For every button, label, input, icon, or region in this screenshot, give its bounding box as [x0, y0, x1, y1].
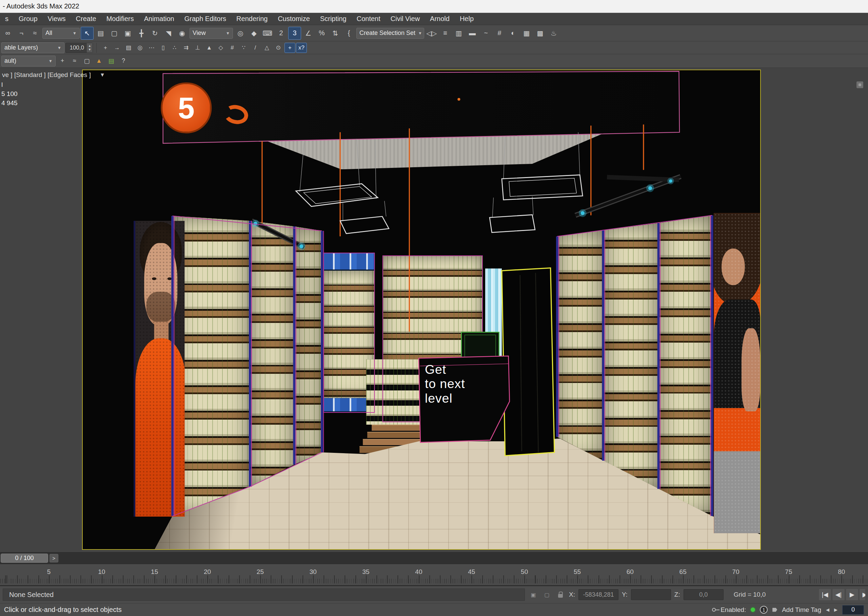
clone-and-align-icon[interactable]: ⇉ — [181, 43, 191, 53]
align-camera-icon[interactable]: ▲ — [204, 43, 215, 53]
key-tangents-icon[interactable]: ▲ — [93, 56, 105, 66]
create-new-layer-icon[interactable]: + — [100, 43, 111, 53]
axis-constraints-icon[interactable]: + — [285, 43, 295, 53]
normal-align-icon[interactable]: ⊥ — [192, 43, 203, 53]
menu-item[interactable]: Scripting — [315, 15, 352, 23]
select-objects-in-layer-icon[interactable]: ▤ — [123, 43, 134, 53]
spinner-down-icon[interactable]: ▼ — [88, 48, 91, 52]
offset-mode-icon[interactable]: ▢ — [542, 589, 552, 600]
next-frame-button[interactable]: > — [50, 554, 58, 563]
angle-snap-toggle-icon[interactable]: ∠ — [302, 27, 315, 40]
current-frame-field[interactable]: 0 — [842, 605, 864, 614]
next-key-icon[interactable]: ▶ — [834, 607, 837, 612]
select-and-link-icon[interactable]: ∞ — [2, 27, 14, 40]
add-time-tag-label[interactable]: Add Time Tag — [782, 606, 821, 614]
add-selection-to-layer-icon[interactable]: → — [111, 43, 122, 53]
render-setup-icon[interactable]: ▦ — [520, 27, 533, 40]
snaps-toggle-3d-icon[interactable]: 3 — [288, 27, 301, 40]
menu-item[interactable]: Rendering — [231, 15, 273, 23]
previous-frame-icon[interactable]: ◀| — [832, 589, 845, 601]
track-bar[interactable]: 5101520253035404550556065707580 — [0, 564, 868, 586]
toggle-ribbon-icon[interactable]: ▬ — [466, 27, 479, 40]
select-and-manipulate-icon[interactable]: ◆ — [248, 27, 260, 40]
x-coordinate-field[interactable]: -58348,281 — [578, 589, 619, 600]
viewport-label[interactable]: ve ] [Standard ] [Edged Faces ] — [2, 71, 91, 79]
time-slider[interactable]: 0 / 100 > — [0, 552, 868, 564]
go-to-end-icon[interactable]: ▶| — [859, 589, 865, 601]
menu-item[interactable]: Modifiers — [101, 15, 139, 23]
default-set-dropdown[interactable]: ault) ▼ — [2, 56, 56, 66]
menu-item[interactable]: Views — [43, 15, 71, 23]
menu-item[interactable]: Animation — [139, 15, 179, 23]
snapshot-icon[interactable]: ▯ — [158, 43, 169, 53]
selection-filter-dropdown[interactable]: All ▼ — [42, 28, 80, 39]
vertex-snap-icon[interactable]: ∵ — [238, 43, 249, 53]
pin-stack-icon[interactable]: + — [56, 56, 68, 66]
select-by-name-icon[interactable]: ▤ — [94, 27, 107, 40]
play-animation-icon[interactable]: ▶ — [846, 589, 859, 601]
menu-item[interactable]: Help — [455, 15, 479, 23]
window-titlebar[interactable]: - Autodesk 3ds Max 2022 — [0, 0, 868, 13]
spinner-snap-toggle-icon[interactable]: ⇅ — [329, 27, 342, 40]
spinner-arrows[interactable]: ▲ ▼ — [87, 43, 92, 53]
array-icon[interactable]: ⋯ — [146, 43, 157, 53]
y-coordinate-field[interactable] — [631, 589, 671, 600]
select-object-icon[interactable]: ↖ — [81, 27, 94, 40]
select-and-place-icon[interactable]: ◉ — [175, 27, 188, 40]
window-crossing-toggle-icon[interactable]: ▣ — [121, 27, 134, 40]
viewport-corner-icon[interactable] — [857, 82, 863, 88]
set-current-layer-icon[interactable]: ◎ — [135, 43, 146, 53]
percent-snap-toggle-icon[interactable]: % — [315, 27, 328, 40]
snap-hotkeys-icon[interactable]: x? — [296, 43, 307, 53]
ghosting-icon[interactable]: ▢ — [81, 56, 92, 66]
wave-display-icon[interactable]: ≈ — [69, 56, 80, 66]
mirror-icon[interactable]: ◁▷ — [425, 27, 438, 40]
edit-named-selection-sets-icon[interactable]: { — [342, 27, 355, 40]
schematic-view-icon[interactable]: # — [493, 27, 506, 40]
previous-key-icon[interactable]: ◀ — [826, 607, 829, 612]
spacing-tool-icon[interactable]: ∴ — [169, 43, 180, 53]
go-to-start-icon[interactable]: |◀ — [818, 589, 831, 601]
scene-notes-icon[interactable]: ▤ — [105, 56, 117, 66]
select-and-move-icon[interactable]: ╋ — [135, 27, 148, 40]
named-selection-set-dropdown[interactable]: Create Selection Set ▼ — [356, 28, 424, 39]
pivot-snap-icon[interactable]: ⊙ — [273, 43, 284, 53]
help-icon[interactable]: ? — [118, 56, 129, 66]
select-and-scale-icon[interactable]: ◥ — [162, 27, 175, 40]
unlink-selection-icon[interactable]: ¬ — [15, 27, 28, 40]
render-production-icon[interactable]: ♨ — [547, 27, 560, 40]
viewport[interactable]: ve ] [Standard ] [Edged Faces ] ▼ l5 100… — [0, 68, 868, 552]
align-to-view-icon[interactable]: ◇ — [215, 43, 226, 53]
transform-value-field[interactable]: 100,0 ▲ ▼ — [66, 43, 93, 53]
toggle-scene-explorer-icon[interactable]: ▥ — [452, 27, 465, 40]
menu-item[interactable]: Content — [352, 15, 385, 23]
select-and-rotate-icon[interactable]: ↻ — [149, 27, 161, 40]
grid-snap-icon[interactable]: # — [227, 43, 238, 53]
keyboard-shortcut-override-icon[interactable]: ⌨ — [261, 27, 274, 40]
bind-to-space-warp-icon[interactable]: ≈ — [28, 27, 41, 40]
menu-item[interactable]: Arnold — [425, 15, 455, 23]
curve-editor-icon[interactable]: ~ — [479, 27, 492, 40]
menu-item[interactable]: Customize — [273, 15, 315, 23]
z-coordinate-field[interactable]: 0,0 — [683, 589, 724, 600]
reference-coordinate-system-dropdown[interactable]: View ▼ — [190, 28, 233, 39]
menu-item[interactable]: Graph Editors — [179, 15, 231, 23]
rendered-frame-window-icon[interactable]: ▩ — [534, 27, 547, 40]
rectangular-selection-region-icon[interactable]: ▢ — [108, 27, 121, 40]
face-snap-icon[interactable]: △ — [262, 43, 272, 53]
selection-lock-icon[interactable] — [555, 589, 566, 600]
snaps-toggle-2d-icon[interactable]: 2 — [275, 27, 288, 40]
menu-item[interactable]: Create — [71, 15, 101, 23]
isolate-selection-icon[interactable]: ▣ — [528, 589, 539, 600]
filter-funnel-icon[interactable]: ▼ — [100, 72, 105, 78]
align-icon[interactable]: ≡ — [439, 27, 452, 40]
material-editor-icon[interactable]: ◐ — [506, 27, 519, 40]
layers-dropdown[interactable]: able Layers) ▼ — [2, 42, 64, 53]
edge-snap-icon[interactable]: / — [250, 43, 261, 53]
spinner-up-icon[interactable]: ▲ — [88, 44, 91, 48]
use-pivot-point-center-icon[interactable]: ◎ — [234, 27, 247, 40]
time-slider-handle[interactable]: 0 / 100 — [1, 553, 48, 563]
menu-item[interactable]: s — [0, 15, 14, 23]
menu-item[interactable]: Group — [14, 15, 43, 23]
set-key-icon[interactable] — [712, 608, 716, 611]
